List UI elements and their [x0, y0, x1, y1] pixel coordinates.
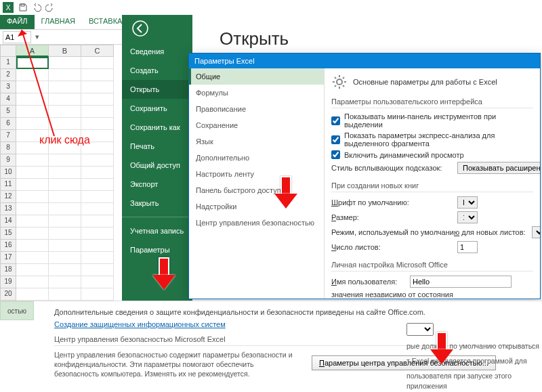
cell[interactable] [49, 154, 81, 167]
cell[interactable] [81, 93, 114, 106]
tooltip-style-select[interactable]: Показывать расширенные всплывающие подск… [457, 162, 540, 174]
row-header[interactable]: 18 [0, 264, 16, 276]
cell[interactable] [49, 240, 81, 252]
cell[interactable] [49, 93, 81, 106]
dialog-nav-item[interactable]: Настроить ленту [189, 166, 324, 182]
row-header[interactable]: 19 [0, 276, 16, 288]
dialog-nav-item[interactable]: Центр управления безопасностью [189, 215, 324, 231]
view-select[interactable]: Обычный [532, 226, 540, 238]
row-header[interactable]: 15 [0, 227, 16, 240]
cell[interactable] [49, 142, 81, 154]
cell[interactable] [16, 215, 49, 227]
cell[interactable] [16, 167, 49, 179]
cell[interactable] [16, 69, 49, 81]
row-header[interactable]: 3 [0, 81, 16, 93]
dialog-nav-item[interactable]: Панель быстрого доступа [189, 182, 324, 198]
cell[interactable] [81, 179, 114, 191]
cell[interactable] [16, 179, 49, 191]
undo-icon[interactable] [30, 1, 43, 14]
dialog-nav-item[interactable]: Общие [189, 68, 324, 85]
nav-stub[interactable]: остью [0, 301, 34, 320]
cell[interactable] [81, 288, 114, 301]
column-header-a[interactable]: A [16, 45, 49, 57]
cell[interactable] [16, 203, 49, 215]
dialog-nav-item[interactable]: Сохранение [189, 117, 324, 133]
row-header[interactable]: 17 [0, 252, 16, 264]
dialog-nav-item[interactable]: Правописание [189, 101, 324, 117]
row-header[interactable]: 5 [0, 106, 16, 118]
row-header[interactable]: 2 [0, 69, 16, 81]
select-all-corner[interactable] [0, 45, 16, 57]
cell[interactable] [81, 142, 114, 154]
cell[interactable] [16, 276, 49, 288]
cell[interactable] [81, 81, 114, 93]
backstage-item[interactable]: Общий доступ [122, 156, 192, 175]
backstage-item[interactable]: Сохранить как [122, 118, 192, 137]
dialog-nav-item[interactable]: Формулы [189, 85, 324, 101]
cell[interactable] [16, 118, 49, 130]
cell[interactable] [81, 191, 114, 203]
save-icon[interactable] [16, 1, 30, 14]
cell[interactable] [16, 106, 49, 118]
cell[interactable] [49, 288, 81, 301]
backstage-item[interactable]: Открыть [122, 80, 192, 99]
backstage-item[interactable]: Создать [122, 61, 192, 80]
cell[interactable] [49, 191, 81, 203]
cell[interactable] [49, 179, 81, 191]
cell[interactable] [16, 57, 49, 69]
cell[interactable] [16, 142, 49, 154]
row-header[interactable]: 9 [0, 154, 16, 167]
row-header[interactable]: 6 [0, 118, 16, 130]
dialog-nav-item[interactable]: Надстройки [189, 198, 324, 215]
cell[interactable] [49, 81, 81, 93]
namebox-dropdown-icon[interactable]: ▾ [33, 32, 42, 41]
row-header[interactable]: 8 [0, 142, 16, 154]
trust-info-link[interactable]: Создание защищенных информационных систе… [54, 320, 226, 328]
backstage-item[interactable]: Сведения [122, 42, 192, 61]
cell[interactable] [49, 118, 81, 130]
cell[interactable] [49, 69, 81, 81]
cell[interactable] [16, 81, 49, 93]
cell[interactable] [16, 227, 49, 240]
backstage-item[interactable]: Сохранить [122, 99, 192, 118]
font-select[interactable]: Шрифт текста [457, 196, 478, 209]
cell[interactable] [81, 130, 114, 142]
column-header-c[interactable]: C [81, 45, 114, 57]
backstage-item[interactable]: Закрыть [122, 194, 192, 213]
cell[interactable] [49, 57, 81, 69]
cell[interactable] [16, 264, 49, 276]
chk-quick-analysis[interactable]: Показать параметры экспресс-анализа для … [331, 130, 533, 149]
username-input[interactable] [410, 276, 512, 288]
row-header[interactable]: 1 [0, 57, 16, 69]
cell[interactable] [81, 215, 114, 227]
cell[interactable] [81, 252, 114, 264]
name-box[interactable] [3, 31, 31, 43]
cell[interactable] [49, 264, 81, 276]
size-select[interactable]: 11 [457, 211, 478, 223]
sheets-input[interactable] [457, 241, 478, 253]
cell[interactable] [81, 154, 114, 167]
row-header[interactable]: 14 [0, 215, 16, 227]
row-header[interactable]: 12 [0, 191, 16, 203]
dialog-nav-item[interactable]: Язык [189, 133, 324, 150]
row-header[interactable]: 13 [0, 203, 16, 215]
cell[interactable] [16, 93, 49, 106]
cell[interactable] [81, 264, 114, 276]
cell[interactable] [49, 215, 81, 227]
cell[interactable] [49, 106, 81, 118]
cell[interactable] [81, 240, 114, 252]
backstage-item[interactable]: Параметры [122, 240, 192, 259]
cell[interactable] [49, 130, 81, 142]
row-header[interactable]: 10 [0, 167, 16, 179]
cell[interactable] [16, 240, 49, 252]
tab-file[interactable]: ФАЙЛ [0, 15, 35, 29]
backstage-item[interactable]: Печать [122, 137, 192, 156]
cell[interactable] [49, 167, 81, 179]
dialog-nav-item[interactable]: Дополнительно [189, 150, 324, 166]
row-header[interactable]: 4 [0, 93, 16, 106]
cell[interactable] [81, 167, 114, 179]
row-header[interactable]: 11 [0, 179, 16, 191]
row-header[interactable]: 7 [0, 130, 16, 142]
cell[interactable] [81, 57, 114, 69]
cell[interactable] [81, 106, 114, 118]
